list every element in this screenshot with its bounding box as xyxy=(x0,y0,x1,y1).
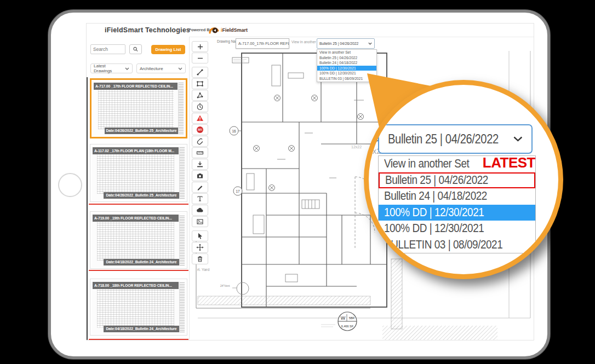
camera-button[interactable] xyxy=(192,170,208,181)
image-icon xyxy=(196,218,204,226)
zoom-in-button[interactable] xyxy=(192,41,208,52)
drawing-thumbnail-list: A-717.00 _17th FLOOR REFLECTED CEILIN...… xyxy=(87,77,190,340)
image-button[interactable] xyxy=(192,216,208,227)
chevron-down-icon xyxy=(178,67,182,70)
search-icon xyxy=(133,47,138,52)
pen-button[interactable] xyxy=(192,182,208,193)
thumbnail-titleblock-strip xyxy=(179,147,185,199)
set-option[interactable]: View in another Set xyxy=(317,50,376,55)
magnified-option-latest: Bulletin 25 | 04/26/2022 xyxy=(379,172,535,189)
magnified-option: View in another Set LATEST xyxy=(379,156,535,172)
rectangle-select-icon xyxy=(196,80,204,88)
brand-logo-icon xyxy=(209,26,220,34)
ruler-button[interactable] xyxy=(192,147,208,158)
trash-icon xyxy=(196,255,204,263)
thumbnail-date: Date:04/18/2022_Bulletin 24_Architecture xyxy=(104,259,179,265)
drawing-thumbnail-selected[interactable]: A-717.00 _17th FLOOR REFLECTED CEILIN...… xyxy=(90,78,187,138)
app-header: iFieldSmart Technologies Powered By iFie… xyxy=(87,24,534,37)
cloud-icon xyxy=(196,206,204,214)
search-button[interactable] xyxy=(129,44,142,54)
set-option[interactable]: BULLETIN 03 | 08/09/2021 xyxy=(317,76,376,82)
rfi-icon: RFI xyxy=(196,126,204,134)
magnified-option: 100% DD | 12/30/2021 xyxy=(379,221,535,237)
thumbnail-date: Date:04/18/2022_Bulletin 24_Architecture xyxy=(104,326,179,332)
set-version-dropdown: View in another Set Bulletin 25 | 04/26/… xyxy=(317,49,377,82)
latest-annotation: LATEST xyxy=(483,155,535,171)
drawing-thumbnail[interactable]: A-718.00 _18th FLOOR REFLECTED CEILIN...… xyxy=(90,279,187,336)
zoom-in-icon xyxy=(197,44,203,50)
tablet-home-button[interactable] xyxy=(58,173,82,197)
rectangle-select-button[interactable] xyxy=(192,78,208,89)
red-separator xyxy=(89,204,188,205)
attachment-icon xyxy=(196,137,204,145)
stamp-type-label: 5BR xyxy=(349,316,355,320)
magnified-option-highlighted: 100% DD | 12/30/2021 xyxy=(379,205,535,221)
polygon-measure-button[interactable] xyxy=(192,90,208,101)
stamp-unit-label: W xyxy=(341,315,346,321)
set-option[interactable]: 100% DD | 12/30/2021 xyxy=(317,71,376,76)
ruler-icon xyxy=(196,149,204,157)
download-button[interactable] xyxy=(192,159,208,170)
search-input[interactable] xyxy=(90,44,125,54)
pen-icon xyxy=(196,183,204,191)
set-version-select[interactable]: Bulletin 25 | 04/26/2022 xyxy=(317,38,375,49)
set-option-highlighted[interactable]: 100% DD | 12/30/2021 xyxy=(317,66,376,71)
timer-icon xyxy=(196,103,204,111)
discipline-filter[interactable]: Architecture xyxy=(136,63,186,73)
issue-alert-button[interactable] xyxy=(192,113,208,124)
magnified-select-value: Bulletin 25 | 04/26/2022 xyxy=(388,132,499,147)
set-option[interactable]: Bulletin 25 | 04/26/2022 xyxy=(317,55,376,61)
drawing-thumbnail[interactable]: A-719.00 _19th FLOOR REFLECTED CEILIN...… xyxy=(90,211,187,269)
chevron-down-icon xyxy=(125,67,129,70)
pointer-icon xyxy=(196,232,204,240)
polygon-measure-icon xyxy=(196,91,204,99)
thumbnail-title: A-718.00 _18th FLOOR REFLECTED CEILIN... xyxy=(93,282,179,289)
magnified-option: BULLETIN 03 | 08/09/2021 xyxy=(379,237,535,253)
pointer-button[interactable] xyxy=(192,230,208,241)
magnified-option: Bulletin 24 | 04/18/2022 xyxy=(379,188,535,205)
issue-alert-icon xyxy=(196,114,204,122)
rfi-button[interactable]: RFI xyxy=(192,124,208,135)
magnified-set-select: Bulletin 25 | 04/26/2022 xyxy=(378,124,533,154)
app-title: iFieldSmart Technologies xyxy=(105,24,190,37)
latest-drawings-filter[interactable]: Latest Drawings xyxy=(90,63,133,73)
drawing-name-value: A-717.00_17th FLOOR REFL xyxy=(236,38,289,49)
drawing-thumbnail[interactable]: A-117.02 _17th FLOOR PLAN (18th FLOOR M.… xyxy=(90,144,187,202)
set-option[interactable]: Bulletin 24 | 04/18/2022 xyxy=(317,60,376,66)
thumbnail-date: Date:04/26/2022_Bulletin 25_Architecture xyxy=(104,192,179,199)
polyline-measure-icon xyxy=(196,68,204,76)
latest-drawings-filter-value: Latest Drawings xyxy=(94,63,125,73)
thumbnail-title: A-117.02 _17th FLOOR PLAN (18th FLOOR M.… xyxy=(93,147,179,154)
vent-label: 24"Vent xyxy=(220,284,230,287)
text-icon xyxy=(196,195,204,203)
cloud-button[interactable] xyxy=(192,205,208,216)
polyline-measure-button[interactable] xyxy=(192,67,208,78)
thumbnail-title: A-719.00 _19th FLOOR REFLECTED CEILIN... xyxy=(93,215,179,222)
sidebar: Drawing List Latest Drawings Architectur… xyxy=(87,37,190,340)
drawing-list-button[interactable]: Drawing List xyxy=(151,45,185,54)
zoom-out-button[interactable] xyxy=(192,53,208,63)
chevron-down-icon xyxy=(368,42,372,45)
thumbnail-title: A-717.00 _17th FLOOR REFLECTED CEILIN... xyxy=(94,83,178,90)
svg-text:RFI: RFI xyxy=(198,129,202,131)
annotation-toolbar: RFI xyxy=(192,41,208,265)
thumbnail-titleblock-strip xyxy=(179,215,185,265)
text-button[interactable] xyxy=(192,193,208,204)
red-separator xyxy=(89,339,188,340)
brand-name: iFieldSmart xyxy=(221,24,248,37)
trash-button[interactable] xyxy=(192,253,208,264)
stamp-area-label: 6,466 SF xyxy=(341,325,354,328)
red-separator xyxy=(89,270,188,271)
timer-button[interactable] xyxy=(192,101,208,112)
discipline-filter-value: Architecture xyxy=(140,66,163,71)
pan-button[interactable] xyxy=(192,242,208,253)
magnified-dropdown: View in another Set LATEST Bulletin 25 |… xyxy=(378,155,536,253)
attachment-button[interactable] xyxy=(192,136,208,147)
thumbnail-titleblock-strip xyxy=(178,83,184,134)
grid-bubble-17: 17 xyxy=(236,189,240,193)
zoom-out-icon xyxy=(197,55,203,61)
promo-stage: iFieldSmart Technologies Powered By iFie… xyxy=(0,0,595,364)
download-icon xyxy=(196,160,204,168)
thumbnail-titleblock-strip xyxy=(179,282,185,332)
camera-icon xyxy=(196,172,204,180)
